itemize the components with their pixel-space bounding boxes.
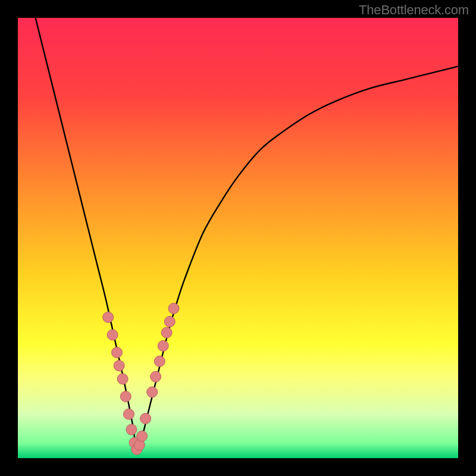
svg-rect-0 [18, 18, 458, 458]
background-gradient [18, 18, 458, 458]
watermark-label: TheBottleneck.com [359, 2, 469, 18]
plot-area [18, 18, 458, 458]
chart-frame: TheBottleneck.com [0, 0, 476, 476]
